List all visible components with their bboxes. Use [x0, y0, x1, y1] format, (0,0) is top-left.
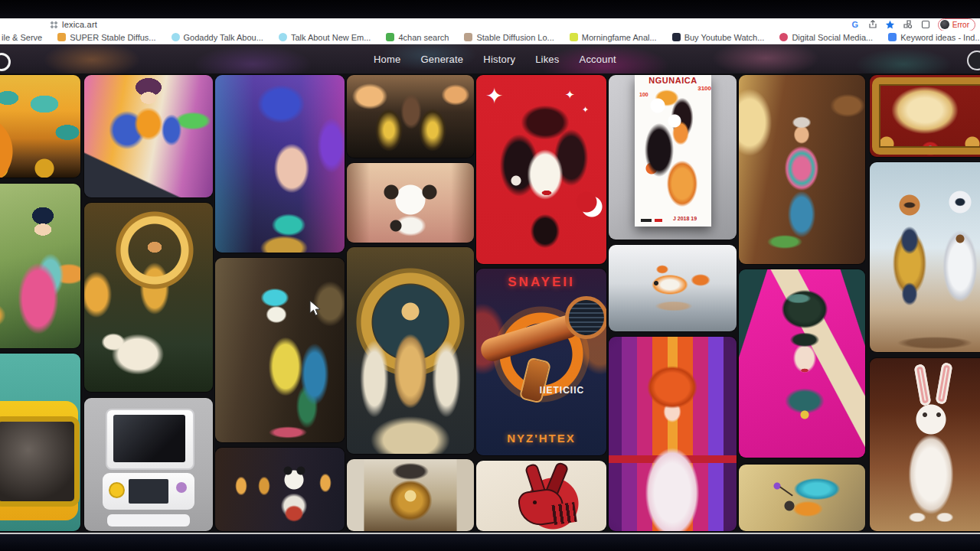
image-tile-red-rabbit-logo[interactable] [476, 461, 606, 531]
poster-title-text: NGUNAICA [635, 76, 711, 85]
rabbit-ear-shape [913, 364, 931, 406]
image-tile-raccoon-astronauts[interactable] [870, 162, 980, 352]
image-tile-tiger-goddess[interactable] [84, 203, 213, 392]
image-tile-tropical-bird[interactable] [215, 258, 345, 442]
poster-mark-shape [641, 219, 652, 222]
image-tile-goldfish[interactable] [609, 245, 737, 331]
bookmark-favicon [672, 33, 681, 41]
site-grid-icon [51, 21, 57, 28]
poster-footer-text: J 2018 19 [673, 216, 697, 221]
image-tile-panda-robe[interactable] [215, 448, 345, 531]
profile-name: Error [952, 21, 969, 29]
image-tile-pink-pop-woman[interactable] [739, 269, 865, 458]
bookmark-favicon [888, 33, 897, 41]
mouse-cursor [309, 300, 322, 317]
site-nav: Home Generate History Likes Account [374, 44, 616, 73]
console-screen-shape [113, 415, 185, 462]
bookmark-label: Digital Social Media... [792, 33, 873, 42]
image-grid: ✦ ✦ ✦ SNAYEII IIETICIIC NYZ'HTEX NGUNAIC… [0, 73, 980, 533]
image-tile-redhead-anime[interactable] [609, 337, 737, 531]
image-tile-steampunk-machine[interactable] [347, 459, 474, 531]
account-avatar-button[interactable] [967, 51, 980, 70]
nav-history[interactable]: History [483, 54, 515, 65]
google-icon[interactable]: G [850, 19, 861, 30]
image-tile-grandma-kitchen[interactable] [739, 75, 865, 264]
image-tile-gold-armor[interactable] [347, 75, 474, 158]
image-tile-angel-statue[interactable] [347, 247, 474, 454]
window-bottom-bar [0, 533, 980, 551]
image-tile-raygun-poster[interactable]: SNAYEII IIETICIIC NYZ'HTEX [476, 269, 606, 455]
profile-button[interactable]: Error [938, 18, 975, 31]
image-tile-retro-tv[interactable] [0, 354, 80, 531]
address-url[interactable]: lexica.art [62, 20, 97, 29]
image-tile-retro-yellow-machine[interactable] [0, 75, 80, 178]
window-icon[interactable] [920, 19, 931, 30]
bookmark-label: Godaddy Talk Abou... [184, 33, 263, 42]
avatar [940, 20, 949, 29]
console-dpad-shape [109, 482, 125, 498]
extensions-icon[interactable] [903, 19, 913, 30]
raygun-mid-text: IIETICIIC [525, 385, 599, 396]
bookmark-item[interactable]: 4chan search [386, 33, 449, 42]
bookmark-item[interactable]: Morningfame Anal... [570, 33, 657, 42]
raygun-grip-shape [519, 357, 552, 404]
poster-mark-shape [655, 219, 662, 222]
image-tile-jeweled-woman[interactable] [215, 75, 345, 253]
nav-home[interactable]: Home [374, 54, 400, 65]
bookmarks-bar: ile & Serve SUPER Stable Diffus... Godad… [0, 31, 980, 44]
antenna-shape [779, 486, 793, 496]
nav-account[interactable]: Account [580, 54, 616, 65]
bookmark-favicon [464, 33, 472, 41]
console-lower-screen-shape [129, 479, 168, 504]
raygun-title-text: SNAYEII [476, 275, 606, 290]
bookmark-label: Talk About New Em... [291, 33, 371, 42]
gold-frame-shape [872, 77, 980, 155]
browser-toolbar: lexica.art G Error [0, 18, 980, 31]
image-tile-glowing-insect[interactable] [739, 465, 865, 531]
bookmark-label: Buy Youtube Watch... [684, 33, 765, 42]
share-icon[interactable] [867, 19, 878, 30]
image-tile-ornate-frame[interactable] [870, 75, 980, 157]
bookmark-label: Stable Diffusion Lo... [476, 33, 554, 42]
bookmark-item[interactable]: SUPER Stable Diffus... [57, 33, 155, 42]
bookmark-favicon [779, 33, 788, 41]
bookmark-item[interactable]: Stable Diffusion Lo... [464, 33, 554, 42]
image-tile-orange-poster[interactable]: NGUNAICA 3100 100 J 2018 19 [609, 75, 737, 240]
sparkle-icon: ✦ [565, 89, 575, 100]
raygun-bottom-text: NYZ'HTEX [476, 432, 606, 445]
image-tile-red-woman-poster[interactable]: ✦ ✦ ✦ [476, 75, 606, 264]
bookmark-item[interactable]: ile & Serve [2, 33, 42, 42]
image-tile-cartoon-cow[interactable] [347, 163, 474, 243]
poster-sub-text: 100 [639, 92, 648, 97]
image-tile-anime-cashier[interactable] [84, 75, 213, 197]
console-foot-shape [107, 514, 190, 527]
bookmark-star-icon[interactable] [885, 19, 896, 30]
site-header: Home Generate History Likes Account [0, 44, 980, 73]
nav-likes[interactable]: Likes [535, 54, 559, 65]
bookmark-favicon [570, 33, 578, 41]
lexica-logo-icon [0, 53, 11, 71]
bookmark-item[interactable]: Talk About New Em... [279, 33, 371, 42]
address-bar[interactable]: lexica.art [51, 20, 97, 29]
bookmark-label: SUPER Stable Diffus... [70, 33, 155, 42]
bookmark-item[interactable]: Buy Youtube Watch... [672, 33, 765, 42]
screen: lexica.art G Error ile & Serve [0, 0, 980, 551]
bookmark-item[interactable]: Keyword ideas - Ind... [888, 33, 980, 42]
image-tile-game-console[interactable] [84, 398, 213, 531]
bookmark-favicon [386, 33, 394, 41]
bookmark-item[interactable]: Godaddy Talk Abou... [172, 33, 263, 42]
rabbit-ear-shape [935, 362, 952, 405]
rabbit-collar-shape [551, 502, 577, 525]
bookmark-label: Morningfame Anal... [582, 33, 657, 42]
image-tile-white-rabbit[interactable] [870, 358, 980, 531]
bookmark-label: 4chan search [398, 33, 449, 42]
bookmark-item[interactable]: Digital Social Media... [779, 33, 873, 42]
image-tile-kimono-woman[interactable] [0, 184, 80, 348]
poster-badge-text: 3100 [685, 85, 711, 92]
window-top-bar [0, 0, 980, 18]
bookmark-label: ile & Serve [2, 33, 42, 42]
poster-art-shape [635, 75, 711, 227]
bookmark-favicon [57, 33, 66, 41]
bookmark-favicon [172, 33, 180, 41]
nav-generate[interactable]: Generate [420, 54, 463, 65]
